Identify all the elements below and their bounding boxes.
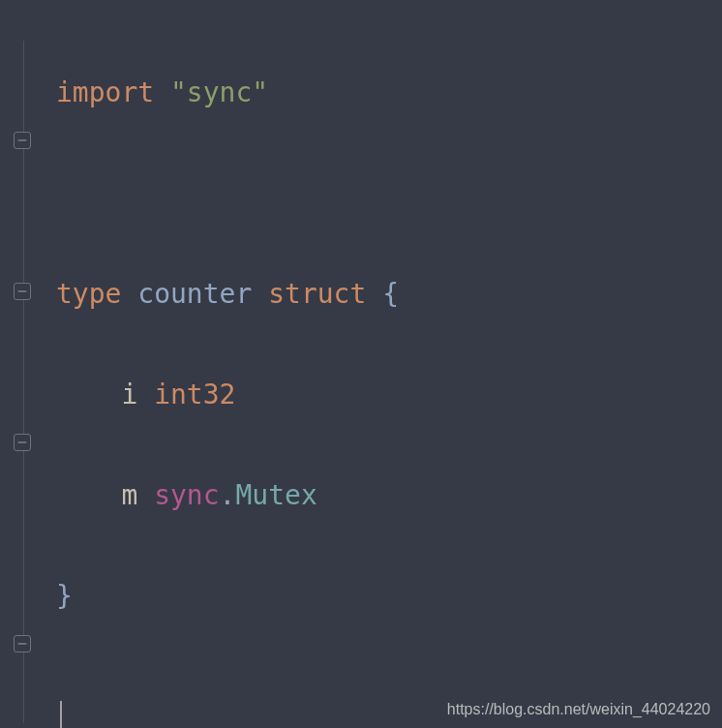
fold-icon[interactable]: [14, 283, 31, 300]
keyword: import: [56, 76, 154, 108]
watermark: https://blog.csdn.net/weixin_44024220: [447, 701, 710, 718]
code-line: type counter struct {: [56, 269, 464, 319]
code-line: }: [56, 571, 464, 622]
code-line: m sync.Mutex: [56, 470, 464, 521]
code-line: i int32: [56, 370, 464, 420]
field: i: [121, 379, 137, 410]
brace: {: [366, 278, 399, 310]
code-line: [56, 168, 464, 219]
code-line: import "sync": [56, 68, 464, 118]
fold-icon[interactable]: [14, 132, 31, 149]
code-line: [56, 672, 464, 722]
keyword: struct: [268, 278, 366, 310]
type-name: counter: [137, 278, 252, 310]
type: Mutex: [235, 479, 316, 511]
code-editor[interactable]: import "sync" type counter struct { i in…: [56, 17, 464, 728]
type: int32: [154, 379, 235, 410]
fold-icon[interactable]: [14, 434, 31, 451]
gutter: [0, 0, 46, 728]
field: m: [121, 479, 137, 511]
brace: }: [56, 580, 73, 612]
cursor: [60, 701, 62, 728]
package: sync: [154, 479, 219, 511]
keyword: type: [56, 278, 121, 310]
dot: .: [220, 479, 236, 511]
string: "sync": [170, 76, 268, 108]
fold-icon[interactable]: [14, 635, 31, 652]
